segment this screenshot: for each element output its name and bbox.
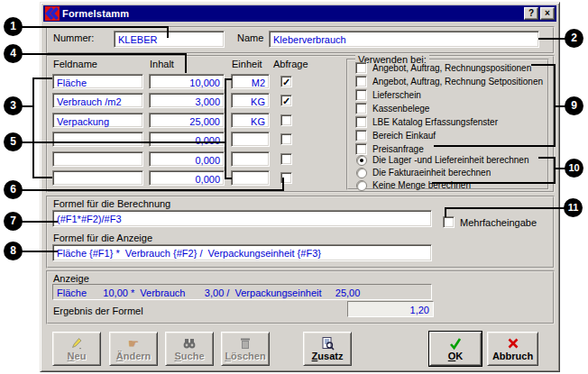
callout-line [32, 78, 52, 79]
berechnen-radio[interactable] [356, 180, 367, 191]
loeschen-button-label: Löschen [225, 351, 265, 361]
app-logo-icon [45, 6, 60, 21]
zusatz-button[interactable]: Zusatz [303, 332, 352, 366]
callout-badge-1: 1 [4, 17, 23, 36]
callout-line [446, 207, 565, 209]
trash-icon [238, 336, 253, 351]
verwenden-checkbox[interactable] [355, 103, 367, 114]
callout-line [22, 251, 58, 252]
berechnung-input[interactable]: (#F1*#F2)/#F3 [52, 210, 432, 227]
berechnen-radio[interactable] [356, 168, 367, 178]
anzeige-formel-input[interactable]: Fläche {#F1} * Verbrauch {#F2} / Verpack… [52, 244, 432, 261]
callout-line [554, 64, 556, 147]
loeschen-button[interactable]: Löschen [221, 332, 270, 366]
name-input[interactable]: Kleberverbrauch [269, 31, 539, 48]
callout-line [32, 177, 52, 178]
callout-badge-7: 7 [4, 212, 23, 231]
callout-badge-6: 6 [4, 180, 23, 199]
callout-line [432, 182, 556, 184]
einheit-input[interactable]: M2 [231, 74, 270, 89]
abfrage-checkbox[interactable] [280, 114, 292, 126]
verwenden-checkbox-label: Angebot, Auftrag, Rechnungspositionen [372, 63, 531, 73]
window-title: Formelstamm [62, 8, 129, 19]
einheit-input[interactable]: KG [231, 113, 270, 128]
callout-badge-8: 8 [4, 242, 23, 260]
abbruch-button[interactable]: Abbruch [487, 332, 538, 366]
check-icon [448, 336, 463, 351]
callout-badge-9: 9 [565, 96, 583, 115]
abfrage-header: Abfrage [273, 59, 308, 69]
callout-line [538, 38, 566, 40]
nummer-input[interactable]: KLEBER [114, 31, 225, 48]
verwenden-checkbox[interactable] [355, 89, 367, 101]
feldname-input[interactable]: Fläche [52, 74, 143, 89]
inhalt-input[interactable]: 3,000 [149, 93, 225, 108]
feldname-input[interactable]: Verpackung [52, 113, 143, 128]
feldname-header: Feldname [53, 59, 97, 69]
verwenden-checkbox-label: Bereich Einkauf [372, 131, 436, 141]
inhalt-input[interactable]: 0,000 [149, 132, 225, 147]
abfrage-checkbox[interactable] [280, 153, 292, 165]
title-bar[interactable]: Formelstamm ? × [43, 5, 556, 22]
callout-line [225, 78, 226, 179]
callout-line [167, 26, 169, 38]
callout-badge-3: 3 [4, 96, 23, 115]
einheit-input[interactable] [231, 132, 270, 147]
x-icon [506, 336, 520, 351]
abfrage-checkbox[interactable] [280, 95, 292, 106]
einheit-input[interactable]: KG [231, 93, 270, 108]
abfrage-checkbox[interactable] [280, 133, 292, 145]
callout-line [538, 157, 556, 159]
callout-line [531, 64, 556, 66]
anzeige-formel-label: Formel für die Anzeige [53, 233, 152, 243]
aendern-button[interactable]: ☛ Ändern [109, 332, 158, 366]
anzeige-display: Fläche 10,00 * Verbrauch 3,00 / Verpacku… [52, 284, 432, 300]
verwenden-checkbox[interactable] [355, 62, 367, 74]
callout-line [32, 78, 34, 178]
inhalt-input[interactable]: 0,000 [149, 170, 225, 186]
mehrfacheingabe-label: Mehrfacheingabe [460, 217, 537, 228]
name-label: Name [237, 32, 263, 43]
neu-button-label: Neu [68, 351, 87, 361]
suche-button[interactable]: Suche [165, 332, 214, 366]
verwenden-checkbox[interactable] [355, 130, 367, 141]
berechnung-label: Formel für die Berechnung [53, 198, 170, 209]
binoculars-icon [182, 336, 197, 351]
mehrfacheingabe-checkbox[interactable] [443, 216, 455, 228]
feldname-input[interactable]: Verbrauch /m2 [52, 93, 143, 108]
inhalt-input[interactable]: 10,000 [149, 74, 225, 89]
callout-line [554, 157, 556, 184]
einheit-input[interactable] [231, 170, 270, 186]
pencil-icon [69, 336, 84, 351]
inhalt-header: Inhalt [150, 59, 174, 69]
hand-icon: ☛ [128, 337, 140, 351]
verwenden-checkbox[interactable] [355, 76, 367, 87]
callout-line [22, 53, 187, 55]
close-button[interactable]: × [540, 7, 555, 20]
suche-button-label: Suche [174, 351, 204, 361]
callout-badge-2: 2 [565, 29, 583, 48]
feldname-input[interactable] [52, 170, 143, 186]
feldname-input[interactable] [52, 132, 143, 147]
einheit-input[interactable] [231, 151, 270, 167]
feldname-input[interactable] [52, 151, 143, 167]
callout-line [225, 78, 232, 80]
inhalt-input[interactable]: 0,000 [149, 151, 225, 167]
abbruch-button-label: Abbruch [492, 351, 533, 361]
ergebnis-label: Ergebnis der Formel [53, 306, 143, 316]
verwenden-checkbox[interactable] [355, 143, 367, 155]
document-magnifier-icon [320, 336, 335, 351]
berechnen-radio[interactable] [356, 155, 367, 166]
neu-button[interactable]: Neu [52, 332, 101, 366]
formelstamm-dialog: Formelstamm ? × Nummer: KLEBER Name Kleb… [40, 2, 560, 372]
inhalt-input[interactable]: 25,000 [149, 113, 225, 128]
aendern-button-label: Ändern [116, 351, 152, 361]
ok-button-label: OK [448, 351, 464, 361]
verwenden-checkbox[interactable] [355, 116, 367, 128]
berechnen-radio-label: Die Lager -und Liefereinheit berechnen [372, 155, 528, 165]
ok-button[interactable]: OK [429, 332, 482, 366]
verwenden-checkbox-label: Angebot, Auftrag, Rechnung Setpositionen [372, 77, 543, 87]
help-button[interactable]: ? [524, 7, 538, 20]
abfrage-checkbox[interactable] [280, 76, 292, 87]
verwenden-group: Verwenden bei: Angebot, Auftrag, Rechnun… [346, 59, 549, 190]
